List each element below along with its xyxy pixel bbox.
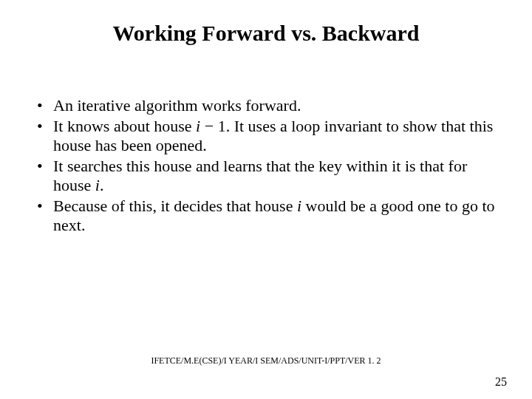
- bullet-text: An iterative algorithm works forward.: [53, 96, 301, 115]
- slide: Working Forward vs. Backward An iterativ…: [0, 0, 532, 399]
- bullet-text: It searches this house and learns that t…: [53, 157, 467, 194]
- bullet-text: It knows about house: [53, 117, 196, 135]
- list-item: An iterative algorithm works forward.: [35, 96, 501, 115]
- list-item: It knows about house i − 1. It uses a lo…: [35, 117, 501, 155]
- bullet-text-post: .: [100, 176, 104, 194]
- slide-title: Working Forward vs. Backward: [0, 21, 532, 46]
- slide-footer: IFETCE/M.E(CSE)/I YEAR/I SEM/ADS/UNIT-I/…: [0, 355, 532, 366]
- list-item: Because of this, it decides that house i…: [35, 197, 501, 235]
- bullet-text: Because of this, it decides that house: [53, 197, 297, 215]
- slide-body: An iterative algorithm works forward. It…: [35, 96, 501, 236]
- list-item: It searches this house and learns that t…: [35, 157, 501, 195]
- page-number: 25: [495, 375, 507, 389]
- bullet-list: An iterative algorithm works forward. It…: [35, 96, 501, 235]
